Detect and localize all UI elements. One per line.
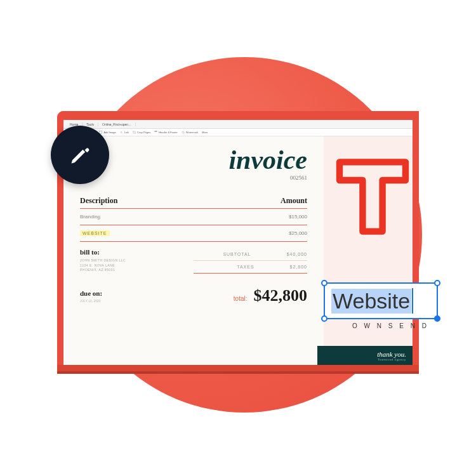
tool-crop[interactable]: Crop Pages (133, 131, 150, 134)
document-content: TOWNSEND invoice 002561 Description Amou… (63, 136, 413, 365)
laptop-base (57, 365, 419, 374)
resize-handle-tl[interactable] (321, 280, 327, 286)
tab-document[interactable]: Online_Find+open… (98, 122, 136, 126)
thank-you-text: thank you. (377, 350, 406, 358)
bill-to-label: bill to: (80, 248, 194, 256)
taxes-label: TAXES (237, 265, 254, 269)
invoice-number: 002561 (228, 175, 307, 181)
tool-link[interactable]: Link (120, 131, 129, 134)
subtotal-label: SUBTOTAL (223, 252, 251, 256)
resize-handle-br[interactable] (434, 315, 440, 322)
svg-rect-2 (155, 131, 157, 132)
text-edit-overlay[interactable]: Website (324, 282, 438, 319)
tool-add-image[interactable]: Add Image (99, 131, 116, 134)
large-logo-t (331, 155, 414, 238)
tool-more[interactable]: More (202, 131, 208, 134)
edit-badge[interactable] (51, 126, 109, 184)
bill-to-name: JOHN SMITH DESIGN LLC (80, 258, 194, 263)
laptop-mockup: Home Tools Online_Find+open… Edit T Add … (57, 111, 419, 397)
bill-to-city: PHOENIX, AZ 85001 (80, 268, 194, 273)
total-value: $42,800 (254, 286, 308, 305)
taxes-value: $2,800 (290, 265, 307, 269)
subtotal-value: $40,000 (287, 252, 307, 256)
header-description: Description (80, 196, 117, 206)
brand-text-behind: O W N S E N D (352, 322, 429, 329)
total-label: total: (234, 295, 248, 302)
line-item-label: Branding (80, 214, 100, 220)
line-item-label-highlighted[interactable]: WEBSITE (80, 230, 110, 236)
line-item-value: $15,000 (289, 214, 307, 220)
crop-icon (133, 131, 136, 134)
resize-handle-bl[interactable] (321, 315, 327, 322)
svg-point-3 (182, 131, 184, 133)
header-amount: Amount (281, 196, 307, 206)
link-icon (120, 131, 123, 134)
toolbar: Edit T Add Text Add Image Link Crop Page… (63, 129, 413, 136)
tool-header-footer[interactable]: Header & Footer (154, 131, 178, 134)
text-cursor (412, 288, 413, 314)
thank-you-sub: Townsend Agency (378, 358, 406, 361)
tool-watermark[interactable]: Watermark (182, 131, 198, 134)
invoice-title: invoice (228, 147, 307, 173)
line-item-value: $25,000 (289, 230, 307, 236)
due-on-label: due on: (80, 289, 102, 297)
app-tabs: Home Tools Online_Find+open… (63, 120, 413, 129)
due-date: JULY 10, 2020 (80, 299, 102, 303)
watermark-icon (182, 131, 185, 134)
bill-to-street: 1234 E. NOVA LANE (80, 263, 194, 268)
pencil-icon (69, 143, 91, 166)
editing-text[interactable]: Website (331, 289, 411, 314)
resize-handle-tr[interactable] (434, 280, 440, 286)
tab-tools[interactable]: Tools (83, 122, 98, 126)
thank-you-bar: thank you. Townsend Agency (317, 346, 413, 365)
sidebar-panel: thank you. Townsend Agency (324, 136, 413, 365)
header-icon (154, 131, 157, 134)
